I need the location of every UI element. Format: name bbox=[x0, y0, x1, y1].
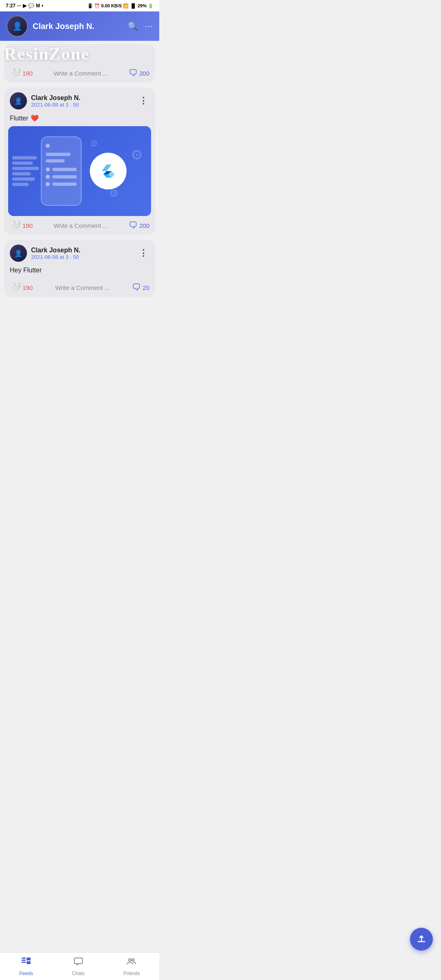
gmail-icon: M bbox=[36, 3, 40, 9]
heart-emoji: ❤️ bbox=[31, 114, 39, 122]
post-menu-button[interactable]: ⋮ bbox=[137, 95, 149, 107]
post-flutter2-header: 👤 Clark Joseph N. 2021-06-08 at 3 : 50 ⋮ bbox=[4, 240, 155, 265]
battery-icon: 🔋 bbox=[148, 3, 154, 9]
header-avatar-image: 👤 bbox=[7, 16, 27, 36]
like-button-flutter1[interactable]: 🤍 190 bbox=[10, 220, 33, 231]
bar1 bbox=[12, 156, 37, 160]
post-resinzone-actions: 🤍 190 Write a Comment ... 🗨 200 bbox=[4, 64, 155, 82]
post-card-resinzone: ResinZone 🤍 190 Write a Comment ... 🗨 20… bbox=[4, 44, 155, 82]
bar6 bbox=[12, 183, 29, 186]
post-author-flutter2: Clark Joseph N. bbox=[31, 247, 133, 254]
write-comment-label-flutter2: Write a Comment ... bbox=[55, 284, 109, 291]
post-meta: Clark Joseph N. 2021-06-08 at 3 : 50 bbox=[31, 94, 133, 108]
write-comment-flutter1[interactable]: Write a Comment ... bbox=[36, 222, 125, 229]
alarm-icon: ⏰ bbox=[94, 3, 100, 9]
dot-icon: • bbox=[42, 3, 43, 9]
wifi-icon: 📶 bbox=[123, 3, 129, 9]
post-text-flutter: Flutter bbox=[10, 115, 28, 122]
data-speed: 0.00 KB/S bbox=[101, 3, 122, 8]
post-text-heyflutter: Hey Flutter bbox=[10, 267, 42, 274]
flutter-phone bbox=[41, 136, 82, 206]
flutter-visual: ⚙ ⚙ ⚙ bbox=[8, 126, 151, 216]
youtube-icon: ▶ bbox=[23, 3, 27, 9]
comment-count[interactable]: 🗨 200 bbox=[129, 68, 149, 78]
bar2 bbox=[12, 162, 33, 165]
bar4 bbox=[12, 172, 31, 176]
comment-count-flutter2[interactable]: 🗨 20 bbox=[132, 282, 149, 293]
phone-line2 bbox=[46, 159, 65, 163]
post-card-flutter2: 👤 Clark Joseph N. 2021-06-08 at 3 : 50 ⋮… bbox=[4, 240, 155, 297]
phone-dot2 bbox=[46, 167, 50, 172]
heart-icon: 🤍 bbox=[10, 68, 21, 78]
phone-line1 bbox=[46, 153, 71, 156]
like-button-flutter2[interactable]: 🤍 190 bbox=[10, 282, 33, 293]
vibrate-icon: 📳 bbox=[87, 3, 93, 9]
like-count-flutter2: 190 bbox=[22, 284, 33, 291]
phone-line5 bbox=[52, 183, 77, 186]
phone-dot3 bbox=[46, 175, 50, 179]
flutter-bars bbox=[12, 156, 39, 186]
time: 7:27 bbox=[6, 3, 16, 9]
battery: 29% bbox=[138, 3, 147, 8]
flutter-logo bbox=[90, 153, 127, 189]
comment-number-flutter1: 200 bbox=[139, 222, 149, 229]
phone-dot4 bbox=[46, 182, 50, 186]
post-content-flutter1: Flutter ❤️ bbox=[4, 113, 155, 126]
notification-dots: ··· bbox=[17, 3, 21, 9]
gear-icon-2: ⚙ bbox=[131, 147, 143, 163]
comment-number: 200 bbox=[139, 70, 149, 77]
feed-scroll-area: ResinZone 🤍 190 Write a Comment ... 🗨 20… bbox=[0, 41, 159, 330]
bar3 bbox=[12, 167, 39, 170]
header-icons: 🔍 ⋯ bbox=[128, 21, 153, 31]
write-comment-flutter2[interactable]: Write a Comment ... bbox=[36, 284, 129, 291]
phone-line4 bbox=[52, 175, 77, 178]
like-count-flutter1: 190 bbox=[22, 222, 33, 229]
status-right: 📳 ⏰ 0.00 KB/S 📶 ▐▌ 29% 🔋 bbox=[87, 3, 154, 9]
post-resinzone-image: ResinZone bbox=[4, 44, 155, 64]
like-button[interactable]: 🤍 190 bbox=[10, 68, 33, 78]
comment-icon-flutter2: 🗨 bbox=[132, 282, 141, 293]
post-menu-button-flutter2[interactable]: ⋮ bbox=[137, 247, 149, 259]
comment-number-flutter2: 20 bbox=[143, 284, 149, 291]
signal-icon: ▐▌ bbox=[130, 3, 136, 8]
write-comment-button[interactable]: Write a Comment ... bbox=[36, 70, 125, 77]
more-options-icon[interactable]: ⋯ bbox=[145, 21, 153, 31]
heart-icon-flutter1: 🤍 bbox=[10, 220, 21, 231]
heart-icon-flutter2: 🤍 bbox=[10, 282, 21, 293]
post-flutter1-header: 👤 Clark Joseph N. 2021-06-08 at 3 : 50 ⋮ bbox=[4, 87, 155, 113]
status-bar: 7:27 ··· ▶ 💬 M • 📳 ⏰ 0.00 KB/S 📶 ▐▌ 29% … bbox=[0, 0, 159, 11]
write-comment-label-flutter1: Write a Comment ... bbox=[53, 222, 108, 229]
post-content-flutter2: Hey Flutter bbox=[4, 265, 155, 278]
post-date: 2021-06-08 at 3 : 50 bbox=[31, 102, 133, 108]
post-avatar: 👤 bbox=[10, 92, 27, 109]
comment-count-flutter1[interactable]: 🗨 200 bbox=[129, 220, 149, 231]
post-card-flutter1: 👤 Clark Joseph N. 2021-06-08 at 3 : 50 ⋮… bbox=[4, 87, 155, 235]
resinzone-logo: ResinZone bbox=[4, 45, 89, 63]
post-flutter-image: ⚙ ⚙ ⚙ bbox=[8, 126, 151, 216]
post-author: Clark Joseph N. bbox=[31, 94, 133, 102]
header-title: Clark Joseph N. bbox=[33, 22, 123, 31]
comment-icon-flutter1: 🗨 bbox=[129, 220, 138, 231]
bar5 bbox=[12, 178, 35, 181]
gear-icon-1: ⚙ bbox=[90, 138, 98, 149]
status-left: 7:27 ··· ▶ 💬 M • bbox=[6, 3, 43, 9]
phone-line3 bbox=[52, 168, 77, 171]
post-date-flutter2: 2021-06-08 at 3 : 50 bbox=[31, 254, 133, 260]
chat-icon: 💬 bbox=[28, 3, 34, 9]
header-avatar[interactable]: 👤 bbox=[7, 16, 28, 37]
like-count: 190 bbox=[22, 70, 33, 77]
post-flutter2-actions: 🤍 190 Write a Comment ... 🗨 20 bbox=[4, 278, 155, 297]
post-flutter1-actions: 🤍 190 Write a Comment ... 🗨 200 bbox=[4, 216, 155, 235]
app-header: 👤 Clark Joseph N. 🔍 ⋯ bbox=[0, 11, 159, 41]
write-comment-label: Write a Comment ... bbox=[53, 70, 108, 77]
post-meta-flutter2: Clark Joseph N. 2021-06-08 at 3 : 50 bbox=[31, 247, 133, 260]
svg-marker-0 bbox=[102, 165, 111, 171]
comment-icon: 🗨 bbox=[129, 68, 138, 78]
post-avatar-flutter2: 👤 bbox=[10, 245, 27, 262]
search-icon[interactable]: 🔍 bbox=[128, 21, 138, 31]
phone-dot1 bbox=[46, 144, 50, 148]
